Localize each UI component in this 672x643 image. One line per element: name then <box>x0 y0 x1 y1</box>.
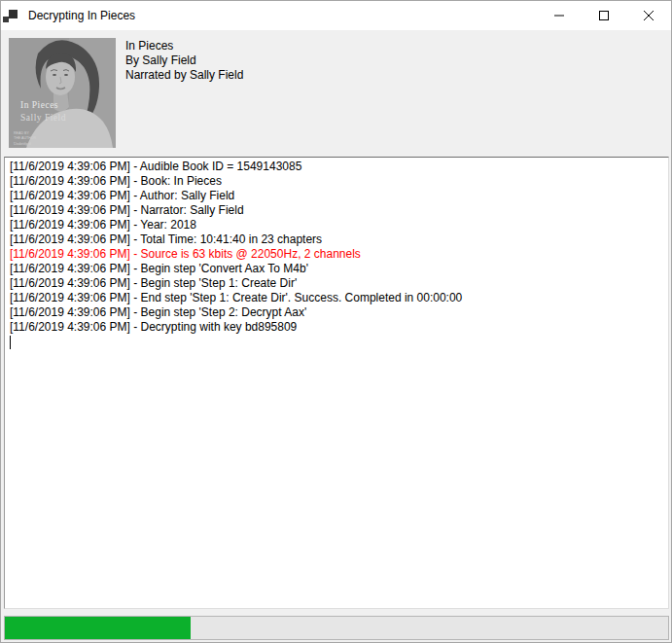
title-bar: Decrypting In Pieces <box>1 1 671 30</box>
minimize-button[interactable] <box>537 1 582 30</box>
log-textbox[interactable]: [11/6/2019 4:39:06 PM] - Audible Book ID… <box>4 157 669 609</box>
log-line: [11/6/2019 4:39:06 PM] - Begin step 'Ste… <box>10 305 666 320</box>
log-lines: [11/6/2019 4:39:06 PM] - Audible Book ID… <box>10 160 666 335</box>
progress-bar <box>4 616 669 640</box>
book-title: In Pieces <box>125 39 243 54</box>
log-line: [11/6/2019 4:39:06 PM] - Narrator: Sally… <box>10 203 666 218</box>
close-button[interactable] <box>626 1 671 30</box>
cover-author: Sally Field <box>20 113 66 123</box>
window-controls <box>537 1 671 30</box>
log-line: [11/6/2019 4:39:06 PM] - Source is 63 kb… <box>10 247 666 262</box>
minimize-icon <box>554 11 564 20</box>
log-line: [11/6/2019 4:39:06 PM] - Total Time: 10:… <box>10 232 666 247</box>
cover-read-by-line2: THE AUTHOR <box>14 136 37 140</box>
log-line: [11/6/2019 4:39:06 PM] - Author: Sally F… <box>10 189 666 203</box>
text-caret <box>10 336 11 349</box>
log-line: [11/6/2019 4:39:06 PM] - Begin step 'Ste… <box>10 276 666 291</box>
log-line: [11/6/2019 4:39:06 PM] - Book: In Pieces <box>10 174 666 189</box>
maximize-button[interactable] <box>582 1 626 30</box>
app-icon <box>3 8 18 23</box>
log-line: [11/6/2019 4:39:06 PM] - Audible Book ID… <box>10 160 666 174</box>
book-meta: In Pieces By Sally Field Narrated by Sal… <box>125 39 243 83</box>
log-line: [11/6/2019 4:39:06 PM] - Year: 2018 <box>10 218 666 232</box>
book-author: By Sally Field <box>125 54 243 68</box>
cover-edition: Unabridged <box>14 142 31 146</box>
maximize-icon <box>599 11 609 20</box>
close-icon <box>644 11 654 20</box>
cover-read-by-line1: READ BY <box>14 131 29 135</box>
log-line: [11/6/2019 4:39:06 PM] - Begin step 'Con… <box>10 262 666 276</box>
log-line: [11/6/2019 4:39:06 PM] - Decrypting with… <box>10 320 666 335</box>
progress-fill <box>5 617 191 639</box>
log-line: [11/6/2019 4:39:06 PM] - End step 'Step … <box>10 291 666 305</box>
app-window: Decrypting In Pieces <box>0 0 672 643</box>
book-narrator: Narrated by Sally Field <box>125 68 243 83</box>
book-cover: In Pieces Sally Field READ BY THE AUTHOR… <box>9 38 116 148</box>
window-title: Decrypting In Pieces <box>28 9 135 22</box>
cover-title: In Pieces <box>20 100 58 110</box>
